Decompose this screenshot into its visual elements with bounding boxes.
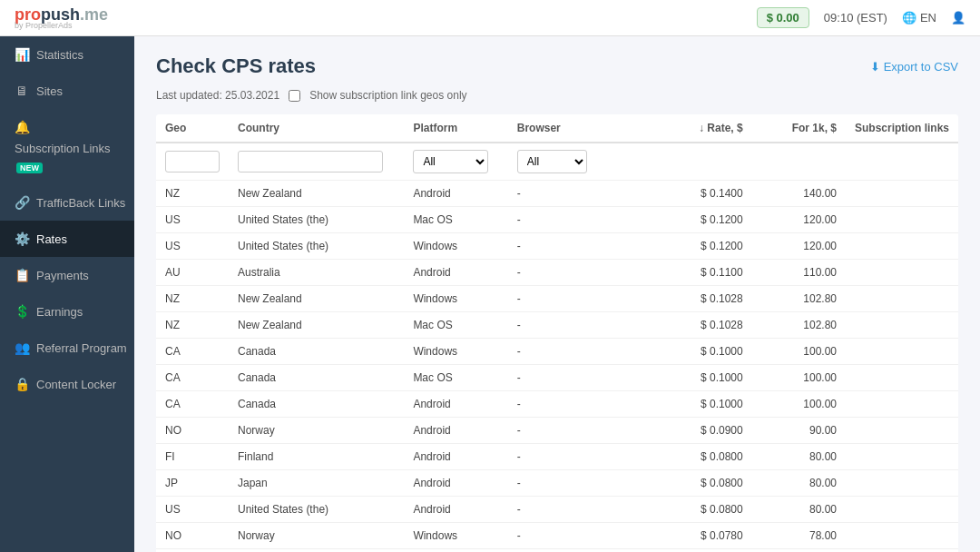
cell-country: Japan	[229, 470, 404, 497]
download-icon: ⬇	[870, 60, 880, 74]
sidebar-item-rates[interactable]: ⚙️ Rates	[0, 221, 134, 257]
cell-country: Norway	[229, 549, 404, 553]
platform-header-label: Platform	[413, 122, 457, 134]
country-header-label: Country	[238, 122, 279, 134]
sidebar-item-subscription-links[interactable]: 🔔 Subscription Links NEW	[0, 109, 134, 184]
col-header-country: Country	[229, 114, 404, 143]
sidebar-item-statistics[interactable]: 📊 Statistics	[0, 36, 134, 73]
cell-geo: CA	[156, 365, 229, 391]
sidebar-item-earnings[interactable]: 💲 Earnings	[0, 293, 134, 330]
cell-country: United States (the)	[229, 207, 404, 233]
cell-country: Norway	[229, 523, 404, 549]
table-row: US United States (the) Mac OS - $ 0.1200…	[156, 207, 958, 233]
table-row: NZ New Zealand Mac OS - $ 0.1028 102.80	[156, 312, 958, 339]
cell-country: Norway	[229, 418, 404, 444]
cell-sublinks	[846, 444, 958, 470]
content-locker-icon: 🔒	[15, 377, 29, 391]
cell-for1k: 90.00	[752, 418, 846, 444]
cell-geo: FI	[156, 444, 229, 470]
rates-table: Geo Country Platform Browser ↓ Rate, $	[156, 114, 958, 552]
cell-geo: NZ	[156, 312, 229, 339]
meta-bar: Last updated: 25.03.2021 Show subscripti…	[156, 89, 958, 102]
cell-sublinks	[846, 418, 958, 444]
export-csv-button[interactable]: ⬇ Export to CSV	[870, 60, 958, 74]
user-menu[interactable]: 👤	[951, 11, 965, 25]
for1k-header-label: For 1k, $	[792, 122, 837, 134]
logo: propush.me by PropellerAds	[15, 5, 108, 30]
rates-icon: ⚙️	[15, 232, 29, 246]
platform-filter-select[interactable]: All Android Windows Mac OS iOS	[413, 150, 488, 173]
sidebar-item-content-locker[interactable]: 🔒 Content Locker	[0, 366, 134, 402]
country-filter-input[interactable]	[238, 151, 383, 172]
sidebar-label-trafficback: TrafficBack Links	[36, 196, 125, 210]
geo-header-label: Geo	[165, 122, 186, 134]
cell-for1k: 78.00	[752, 549, 846, 553]
table-row: US United States (the) Android - $ 0.080…	[156, 497, 958, 523]
export-label: Export to CSV	[884, 60, 958, 74]
col-header-sublinks: Subscription links	[846, 114, 958, 143]
page-header: Check CPS rates ⬇ Export to CSV	[156, 54, 958, 78]
sidebar-item-sites[interactable]: 🖥 Sites	[0, 73, 134, 109]
cell-geo: US	[156, 497, 229, 523]
col-header-rate[interactable]: ↓ Rate, $	[659, 114, 752, 143]
cell-for1k: 100.00	[752, 365, 846, 391]
sidebar-item-trafficback-links[interactable]: 🔗 TrafficBack Links	[0, 184, 134, 221]
cell-for1k: 102.80	[752, 286, 846, 312]
filter-rate-cell	[659, 143, 752, 181]
geo-filter-input[interactable]	[165, 151, 220, 172]
browser-filter-select[interactable]: All Chrome Firefox Safari Edge	[517, 150, 587, 173]
filter-sublinks-cell	[846, 143, 958, 181]
show-subscription-checkbox[interactable]	[289, 90, 300, 102]
cell-platform: Android	[404, 181, 507, 207]
cell-rate: $ 0.1000	[659, 339, 752, 365]
cell-platform: Android	[404, 497, 507, 523]
table-header-row: Geo Country Platform Browser ↓ Rate, $	[156, 114, 958, 143]
cell-platform: Windows	[404, 339, 507, 365]
cell-rate: $ 0.1028	[659, 312, 752, 339]
globe-icon: 🌐	[902, 11, 916, 25]
cell-sublinks	[846, 549, 958, 553]
cell-country: Canada	[229, 365, 404, 391]
filter-platform-cell: All Android Windows Mac OS iOS	[404, 143, 507, 181]
show-subscription-label: Show subscription link geos only	[309, 89, 466, 102]
cell-geo: NZ	[156, 286, 229, 312]
cell-browser: -	[508, 523, 659, 549]
cell-platform: Android	[404, 418, 507, 444]
cell-country: Canada	[229, 339, 404, 365]
referral-icon: 👥	[15, 340, 29, 355]
cell-country: Australia	[229, 260, 404, 286]
cell-rate: $ 0.0800	[659, 444, 752, 470]
payments-icon: 📋	[15, 268, 29, 282]
cell-geo: US	[156, 233, 229, 260]
cell-browser: -	[508, 339, 659, 365]
table-row: NZ New Zealand Android - $ 0.1400 140.00	[156, 181, 958, 207]
sidebar-label-earnings: Earnings	[36, 305, 83, 319]
topbar-time: 09:10 (EST)	[824, 11, 887, 25]
cell-country: United States (the)	[229, 233, 404, 260]
cell-sublinks	[846, 365, 958, 391]
cell-for1k: 100.00	[752, 391, 846, 418]
cell-rate: $ 0.0800	[659, 497, 752, 523]
cell-sublinks	[846, 260, 958, 286]
earnings-icon: 💲	[15, 304, 29, 319]
sublinks-header-label: Subscription links	[855, 122, 949, 134]
cell-browser: -	[508, 312, 659, 339]
cell-sublinks	[846, 207, 958, 233]
topbar: propush.me by PropellerAds $ 0.00 09:10 …	[0, 0, 980, 36]
cell-browser: -	[508, 233, 659, 260]
cell-geo: CA	[156, 339, 229, 365]
cell-geo: NZ	[156, 181, 229, 207]
language-selector[interactable]: 🌐 EN	[902, 11, 936, 25]
cell-platform: Android	[404, 260, 507, 286]
filter-geo-cell	[156, 143, 229, 181]
sidebar-label-referral: Referral Program	[36, 341, 127, 355]
table-row: CA Canada Windows - $ 0.1000 100.00	[156, 339, 958, 365]
sidebar-item-referral-program[interactable]: 👥 Referral Program	[0, 330, 134, 366]
cell-sublinks	[846, 523, 958, 549]
sidebar-item-payments[interactable]: 📋 Payments	[0, 257, 134, 293]
cell-sublinks	[846, 391, 958, 418]
cell-platform: Windows	[404, 523, 507, 549]
filter-row: All Android Windows Mac OS iOS All Chrom…	[156, 143, 958, 181]
cell-rate: $ 0.1100	[659, 260, 752, 286]
sites-icon: 🖥	[15, 84, 29, 98]
